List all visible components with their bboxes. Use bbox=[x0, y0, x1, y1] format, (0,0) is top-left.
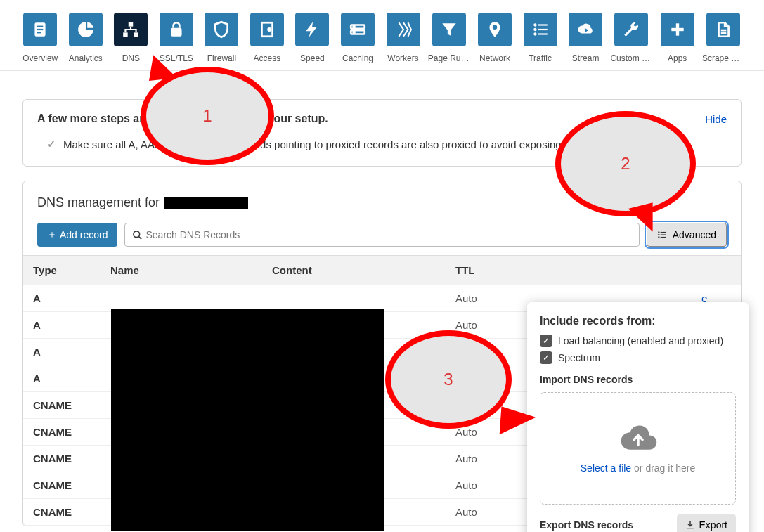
checkbox-load-balancing[interactable]: ✓ Load balancing (enabled and proxied) bbox=[540, 335, 736, 347]
svg-point-29 bbox=[658, 234, 659, 235]
col-action bbox=[692, 256, 741, 285]
svg-point-9 bbox=[268, 28, 271, 30]
notice-title: A few more steps are required to complet… bbox=[37, 112, 328, 125]
svg-rect-22 bbox=[671, 28, 683, 31]
cell-name bbox=[101, 312, 262, 339]
svg-rect-4 bbox=[129, 22, 134, 27]
setup-notice: A few more steps are required to complet… bbox=[22, 99, 742, 167]
dns-toolbar: ＋ Add record Advanced bbox=[23, 223, 741, 255]
svg-rect-7 bbox=[171, 28, 181, 37]
cell-ttl: Auto bbox=[446, 312, 509, 339]
search-icon bbox=[132, 230, 143, 240]
plus-icon: ＋ bbox=[47, 228, 57, 241]
cell-type: A bbox=[23, 285, 101, 312]
cell-content bbox=[262, 499, 446, 526]
svg-point-15 bbox=[533, 23, 536, 26]
doc-icon bbox=[706, 13, 740, 46]
svg-rect-33 bbox=[687, 528, 693, 528]
nav-speed[interactable]: Speed bbox=[294, 13, 330, 63]
nav-firewall[interactable]: Firewall bbox=[204, 13, 240, 63]
lock-icon bbox=[160, 13, 193, 46]
download-icon bbox=[685, 520, 695, 530]
nav-label: Analytics bbox=[69, 53, 103, 63]
cell-content: .windows… bbox=[262, 472, 446, 499]
nav-label: Workers bbox=[387, 53, 418, 63]
panel-title: DNS management for bbox=[23, 195, 741, 223]
nav-dns[interactable]: DNS bbox=[113, 13, 149, 63]
add-record-button[interactable]: ＋ Add record bbox=[37, 223, 117, 247]
nav-custom-p-[interactable]: Custom P… bbox=[613, 13, 649, 63]
checkbox-label: Load balancing (enabled and proxied) bbox=[558, 335, 723, 346]
nav-overview[interactable]: Overview bbox=[22, 13, 58, 63]
cell-name bbox=[101, 339, 262, 365]
svg-point-17 bbox=[533, 28, 536, 31]
cell-name bbox=[101, 285, 262, 312]
svg-point-31 bbox=[658, 236, 659, 238]
nav-label: Caching bbox=[342, 53, 373, 63]
nav-analytics[interactable]: Analytics bbox=[68, 13, 104, 63]
pin-icon bbox=[478, 13, 512, 46]
nav-apps[interactable]: Apps bbox=[659, 13, 695, 63]
nav-label: Overview bbox=[22, 53, 58, 63]
col-content[interactable]: Content bbox=[262, 256, 446, 285]
list-icon bbox=[524, 13, 557, 46]
svg-point-25 bbox=[134, 231, 140, 237]
import-dropzone[interactable]: Select a file or drag it here bbox=[540, 392, 736, 505]
cell-content bbox=[262, 365, 446, 392]
drive-icon bbox=[341, 13, 375, 46]
search-input[interactable] bbox=[143, 223, 631, 246]
nav-label: Custom P… bbox=[610, 53, 652, 63]
funnel-icon bbox=[432, 13, 466, 46]
cloud-play-icon bbox=[569, 13, 602, 46]
nav-stream[interactable]: Stream bbox=[568, 13, 604, 63]
cell-type: CNAME bbox=[23, 419, 101, 446]
checkbox-icon: ✓ bbox=[540, 335, 552, 347]
notice-text: Make sure all A, AAAA, and CNAME records… bbox=[63, 138, 628, 150]
checkmark-icon: ✓ bbox=[47, 138, 56, 150]
cell-ttl: Auto bbox=[446, 446, 509, 472]
nav-traffic[interactable]: Traffic bbox=[522, 13, 558, 63]
export-label: Export bbox=[699, 519, 727, 531]
export-button[interactable]: Export bbox=[677, 514, 736, 532]
nav-label: DNS bbox=[122, 53, 140, 63]
cell-ttl: Auto bbox=[446, 472, 509, 499]
hide-link[interactable]: Hide bbox=[705, 113, 727, 125]
nav-page-rules[interactable]: Page Rules bbox=[431, 13, 467, 63]
checkbox-icon: ✓ bbox=[540, 351, 552, 364]
sitemap-icon bbox=[114, 13, 148, 46]
select-file-link[interactable]: Select a file bbox=[581, 462, 631, 474]
cell-content: .manage.… bbox=[262, 446, 446, 472]
advanced-button[interactable]: Advanced bbox=[647, 223, 727, 247]
nav-scrape-s-[interactable]: Scrape S… bbox=[705, 13, 742, 63]
nav-caching[interactable]: Caching bbox=[340, 13, 376, 63]
checkbox-spectrum[interactable]: ✓ Spectrum bbox=[540, 351, 736, 364]
cell-name bbox=[101, 472, 262, 499]
cell-ttl: Auto bbox=[446, 285, 509, 312]
svg-rect-18 bbox=[538, 29, 547, 30]
cell-content: .com bbox=[262, 392, 446, 419]
nav-network[interactable]: Network bbox=[477, 13, 513, 63]
plus-icon bbox=[661, 13, 694, 46]
clipboard-icon bbox=[23, 13, 57, 46]
search-wrapper[interactable] bbox=[124, 223, 639, 247]
nav-access[interactable]: Access bbox=[250, 13, 285, 63]
svg-rect-6 bbox=[134, 32, 139, 37]
export-title: Export DNS records bbox=[540, 519, 633, 531]
cell-type: A bbox=[23, 365, 101, 392]
cell-ttl: Auto bbox=[446, 339, 509, 365]
pie-icon bbox=[69, 13, 103, 46]
checkbox-label: Spectrum bbox=[558, 352, 600, 363]
top-nav: OverviewAnalyticsDNSSSL/TLSFirewallAcces… bbox=[0, 0, 764, 71]
cell-content: domainco… bbox=[262, 419, 446, 446]
svg-rect-1 bbox=[37, 26, 44, 27]
col-type[interactable]: Type bbox=[23, 256, 101, 285]
nav-ssl-tls[interactable]: SSL/TLS bbox=[159, 13, 195, 63]
svg-rect-28 bbox=[660, 232, 666, 233]
col-ttl[interactable]: TTL bbox=[446, 256, 509, 285]
drag-text: or drag it here bbox=[631, 462, 695, 474]
nav-label: Network bbox=[479, 53, 510, 63]
svg-rect-2 bbox=[37, 29, 44, 30]
nav-workers[interactable]: Workers bbox=[385, 13, 421, 63]
col-name[interactable]: Name bbox=[101, 256, 262, 285]
cell-ttl: Auto bbox=[446, 365, 509, 392]
